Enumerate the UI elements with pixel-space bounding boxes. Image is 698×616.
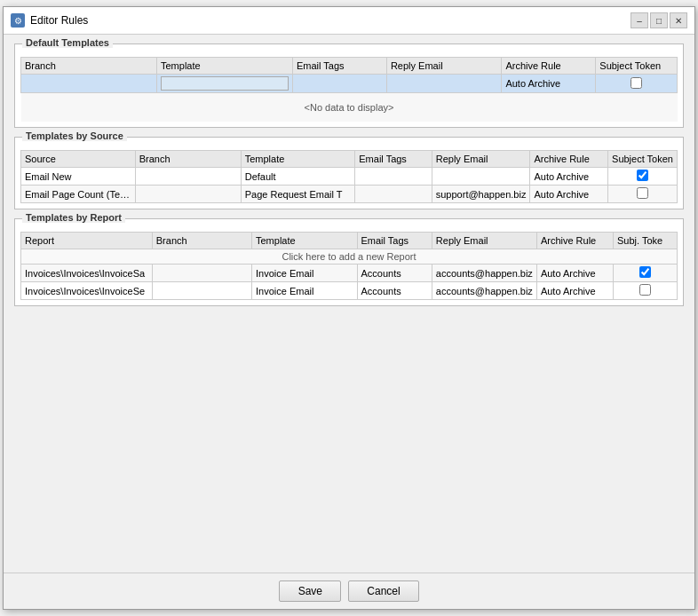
cell-replyemail: accounts@happen.biz: [432, 265, 536, 282]
cell-source: Email Page Count (Text En: [21, 186, 136, 203]
cell-subjecttoken: [596, 75, 678, 93]
col-header-template: Template: [251, 233, 357, 249]
cell-template: Default: [241, 168, 355, 186]
cell-template: Invoice Email: [251, 265, 357, 282]
cell-report: Invoices\Invoices\InvoiceSe: [21, 282, 153, 300]
window-title: Editor Rules: [30, 14, 88, 27]
cell-archiverule: Auto Archive: [530, 168, 608, 186]
table-row: Email New Default Auto Archive: [21, 168, 678, 186]
content-area: Default Templates Branch Template Email …: [4, 35, 694, 573]
no-data-row: <No data to display>: [21, 93, 678, 122]
default-templates-label: Default Templates: [22, 37, 113, 48]
maximize-button[interactable]: □: [650, 12, 668, 28]
default-templates-table: Branch Template Email Tags Reply Email A…: [20, 57, 678, 122]
col-header-archiverule: Archive Rule: [502, 58, 596, 75]
app-icon: ⚙: [11, 13, 25, 28]
cancel-button[interactable]: Cancel: [348, 580, 418, 602]
cell-archiverule: Auto Archive: [530, 186, 608, 203]
template-input[interactable]: [161, 76, 289, 91]
subject-token-checkbox[interactable]: [637, 170, 648, 181]
templates-by-source-inner: Source Branch Template Email Tags Reply …: [15, 141, 683, 209]
col-header-source: Source: [21, 151, 136, 168]
templates-by-source-table: Source Branch Template Email Tags Reply …: [20, 150, 678, 203]
cell-emailtags: [355, 168, 432, 186]
col-header-subjecttoken: Subject Token: [596, 58, 678, 75]
col-header-replyemail: Reply Email: [386, 58, 501, 75]
cell-subjecttoken: [608, 186, 678, 203]
cell-template: Invoice Email: [251, 282, 357, 300]
cell-subjecttoken: [614, 265, 678, 282]
default-templates-section: Default Templates Branch Template Email …: [14, 43, 684, 128]
col-header-archiverule: Archive Rule: [530, 151, 608, 168]
cell-replyemail: [432, 168, 530, 186]
templates-by-report-inner: Report Branch Template Email Tags Reply …: [15, 223, 683, 305]
templates-by-source-label: Templates by Source: [22, 130, 127, 141]
cell-branch: [135, 168, 241, 186]
click-to-add-row[interactable]: Click here to add a new Report: [21, 249, 678, 265]
table-row: Email Page Count (Text En Page Request E…: [21, 186, 678, 203]
subject-token-checkbox[interactable]: [637, 187, 648, 199]
col-header-subjecttoken: Subj. Toke: [614, 233, 678, 249]
cell-replyemail: accounts@happen.biz: [432, 282, 536, 300]
table-row: Invoices\Invoices\InvoiceSe Invoice Emai…: [21, 282, 678, 300]
col-header-branch: Branch: [135, 151, 241, 168]
table-row: Invoices\Invoices\InvoiceSa Invoice Emai…: [21, 265, 678, 282]
templates-by-report-table: Report Branch Template Email Tags Reply …: [20, 232, 678, 300]
subject-token-checkbox[interactable]: [631, 77, 642, 89]
title-bar-left: ⚙ Editor Rules: [11, 13, 88, 28]
templates-by-report-section: Templates by Report Report Branch Templa…: [14, 218, 684, 306]
default-templates-inner: Branch Template Email Tags Reply Email A…: [15, 48, 683, 127]
cell-emailtags: Accounts: [357, 282, 432, 300]
col-header-replyemail: Reply Email: [432, 151, 530, 168]
subject-token-checkbox[interactable]: [639, 284, 651, 296]
col-header-emailtags: Email Tags: [357, 233, 432, 249]
templates-by-source-section: Templates by Source Source Branch Templa…: [14, 137, 684, 209]
col-header-template: Template: [157, 58, 293, 75]
col-header-archiverule: Archive Rule: [536, 233, 613, 249]
col-header-report: Report: [21, 233, 153, 249]
cell-subjecttoken: [614, 282, 678, 300]
editor-rules-window: ⚙ Editor Rules – □ ✕ Default Templates B…: [3, 6, 695, 610]
col-header-emailtags: Email Tags: [355, 151, 432, 168]
cell-subjecttoken: [608, 168, 678, 186]
cell-archiverule: Auto Archive: [502, 75, 596, 93]
cell-report: Invoices\Invoices\InvoiceSa: [21, 265, 153, 282]
window-controls: – □ ✕: [631, 12, 687, 28]
title-bar: ⚙ Editor Rules – □ ✕: [4, 7, 694, 35]
col-header-template: Template: [241, 151, 355, 168]
cell-emailtags: [355, 186, 432, 203]
cell-branch: [152, 282, 251, 300]
cell-replyemail: [386, 75, 501, 93]
cell-source: Email New: [21, 168, 136, 186]
cell-template: Page Request Email T: [241, 186, 355, 203]
cell-archiverule: Auto Archive: [536, 282, 613, 300]
col-header-branch: Branch: [21, 58, 157, 75]
no-data-text: <No data to display>: [21, 93, 678, 122]
cell-branch: [135, 186, 241, 203]
cell-archiverule: Auto Archive: [536, 265, 613, 282]
col-header-branch: Branch: [152, 233, 251, 249]
cell-template[interactable]: [157, 75, 293, 93]
templates-by-report-label: Templates by Report: [22, 212, 125, 223]
col-header-subjecttoken: Subject Token: [608, 151, 678, 168]
cell-emailtags: [293, 75, 387, 93]
cell-branch: [21, 75, 157, 93]
col-header-emailtags: Email Tags: [293, 58, 387, 75]
subject-token-checkbox[interactable]: [639, 266, 651, 278]
minimize-button[interactable]: –: [631, 12, 648, 28]
col-header-replyemail: Reply Email: [432, 233, 536, 249]
close-button[interactable]: ✕: [670, 12, 687, 28]
bottom-bar: Save Cancel: [4, 573, 694, 609]
cell-branch: [152, 265, 251, 282]
cell-replyemail: support@happen.biz: [432, 186, 530, 203]
table-row: Auto Archive: [21, 75, 678, 93]
cell-emailtags: Accounts: [357, 265, 432, 282]
save-button[interactable]: Save: [279, 580, 341, 602]
click-to-add-text[interactable]: Click here to add a new Report: [21, 249, 678, 265]
